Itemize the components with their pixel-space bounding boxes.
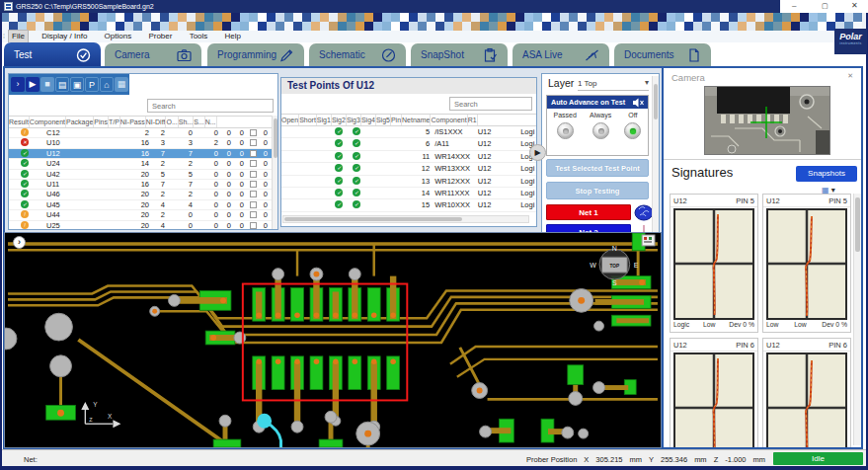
camera-view[interactable]: [705, 87, 829, 154]
component-cell: C12: [40, 128, 96, 137]
tab-bar: Test Camera Programming Schematic SnapSh…: [0, 42, 868, 67]
prober-z-value: -1.000: [725, 455, 746, 464]
skip-checkbox[interactable]: [250, 181, 257, 188]
signature-card[interactable]: U12PIN 6: [670, 338, 758, 447]
table-row[interactable]: U42 20 5 5 0 0 0 0: [9, 170, 272, 180]
skip-checkbox[interactable]: [250, 129, 257, 136]
layer-label: Layer: [548, 77, 574, 89]
test-point-row[interactable]: 14 WR11XXX U12 Logi: [281, 188, 536, 199]
test-points-table: 5 /IS1XXX U12 Logi 6 /A11 U12: [281, 126, 536, 213]
netname-cell: WR10XXX: [433, 199, 476, 210]
table-row[interactable]: U10 16 3 3 2 0 0 0: [9, 138, 272, 148]
table-row[interactable]: U12 16 7 7 0 0 0 0: [9, 149, 272, 159]
signatures-scrollbar[interactable]: [853, 194, 861, 445]
grip-icon: ⁞: [3, 31, 5, 42]
test-point-row[interactable]: 13 WR12XXX U12 Logi: [281, 176, 536, 188]
tab-programming[interactable]: Programming: [207, 43, 304, 67]
skip-checkbox[interactable]: [250, 160, 257, 167]
menu-item[interactable]: Help: [222, 31, 244, 42]
next-test-point-button[interactable]: ▶: [529, 144, 546, 161]
table-row[interactable]: U45 20 4 4 0 0 0 0: [9, 200, 272, 210]
table-row[interactable]: C12 2 2 0 0 0 0 0: [9, 128, 272, 138]
result-status-icon: [21, 170, 29, 178]
test-point-row[interactable]: 6 /A11 U12 Logi: [281, 138, 536, 150]
gauge-icon: [381, 48, 396, 63]
toolbar-button[interactable]: ›: [11, 77, 25, 92]
component-cell: U46: [40, 190, 96, 198]
menu-item[interactable]: Tools: [187, 31, 211, 42]
toolbar-button[interactable]: ▤: [55, 77, 69, 92]
snapshots-button[interactable]: Snapshots: [796, 166, 857, 182]
pcb-expand-button[interactable]: ›: [13, 236, 26, 249]
component-cell: U44: [40, 210, 96, 219]
pin-icon[interactable]: ✕: [847, 72, 853, 80]
title-bar[interactable]: GRS250 C:\Temp\GRS500SampleBoard.gn2: [0, 0, 868, 13]
control-panel-scrollbar[interactable]: [652, 76, 659, 232]
component-cell: U12: [476, 176, 519, 187]
net1-button[interactable]: Net 1: [546, 204, 631, 220]
test-points-hscrollbar[interactable]: [282, 215, 529, 223]
signatures-title: Signatures: [671, 165, 733, 180]
menu-item[interactable]: Prober: [145, 31, 175, 42]
menu-item[interactable]: Options: [102, 31, 135, 42]
window-border-bottom: [0, 466, 868, 470]
camera-image: [705, 87, 829, 154]
signature-card[interactable]: U12PIN 5 LogicLowDev 0 %: [670, 194, 758, 333]
radio-always[interactable]: Always: [590, 112, 611, 139]
close-button[interactable]: ✕: [851, 0, 858, 12]
application-window: GRS250 C:\Temp\GRS500SampleBoard.gn2 – ▢…: [0, 0, 868, 470]
speaker-muted-icon[interactable]: [632, 98, 645, 108]
test-point-row[interactable]: 11 WR14XXX U12 Logi: [281, 151, 536, 163]
radio-off[interactable]: Off: [624, 112, 641, 139]
radio-knob-always[interactable]: [592, 122, 609, 139]
test-point-row[interactable]: 15 WR10XXX U12 Logi: [281, 199, 536, 211]
test-point-row[interactable]: 12 WR13XXX U12 Logi: [281, 163, 536, 175]
tab-schematic[interactable]: Schematic: [309, 43, 406, 67]
table-row[interactable]: U46 20 2 2 0 0 0 0: [9, 190, 272, 199]
tab-documents[interactable]: Documents: [614, 43, 711, 67]
toolbar-button[interactable]: ▣: [70, 77, 84, 92]
thumbnail-icon[interactable]: [642, 235, 655, 246]
toolbar-button[interactable]: ▶: [26, 77, 39, 92]
radio-knob-off[interactable]: [624, 122, 641, 139]
layer-dropdown[interactable]: 1 Top ▾: [578, 79, 649, 91]
skip-checkbox[interactable]: [250, 139, 257, 146]
components-search-input[interactable]: [147, 99, 274, 113]
toolbar-button[interactable]: ■: [40, 77, 54, 92]
tab-snapshot[interactable]: SnapShot: [411, 43, 508, 67]
stop-testing-button[interactable]: Stop Testing: [546, 182, 649, 199]
tab-test[interactable]: Test: [4, 42, 101, 67]
menu-item[interactable]: Display / Info: [39, 31, 90, 42]
skip-checkbox[interactable]: [250, 211, 257, 218]
toolbar-button[interactable]: P: [85, 77, 99, 92]
skip-checkbox[interactable]: [250, 201, 257, 208]
minimize-button[interactable]: –: [792, 0, 796, 12]
table-row[interactable]: U25 20 4 0 0 0 0 0: [9, 221, 272, 230]
table-row[interactable]: U11 16 7 7 0 0 0 0: [9, 180, 272, 190]
components-scrollbar[interactable]: [272, 116, 278, 230]
menu-item[interactable]: File: [9, 31, 28, 42]
table-row[interactable]: U44 20 2 0 0 0 0 0: [9, 210, 272, 220]
skip-checkbox[interactable]: [250, 222, 257, 229]
tab-camera[interactable]: Camera: [105, 43, 201, 67]
toolbar-button[interactable]: ⌂: [100, 77, 114, 92]
skip-checkbox[interactable]: [250, 191, 257, 197]
table-row[interactable]: U24 14 2 2 0 0 0 0: [9, 159, 272, 169]
r1-cell: Logi: [518, 163, 536, 174]
axis-indicator: Y Z X: [82, 401, 119, 427]
test-points-search-input[interactable]: [449, 97, 532, 111]
test-selected-button[interactable]: Test Selected Test Point: [546, 159, 649, 177]
radio-knob-passed[interactable]: [557, 122, 574, 139]
tab-asa-live[interactable]: ASA Live: [513, 43, 609, 67]
toolbar-button[interactable]: ▦: [115, 77, 128, 92]
signature-card[interactable]: U12PIN 5 LowLowDev 0 %: [762, 194, 851, 333]
netname-cell: /IS1XXX: [433, 126, 476, 137]
maximize-button[interactable]: ▢: [822, 0, 829, 12]
test-point-row[interactable]: 5 /IS1XXX U12 Logi: [281, 126, 536, 138]
skip-checkbox[interactable]: [250, 150, 257, 157]
pcb-layout-view[interactable]: N W E S TOP Y Z X: [5, 233, 661, 447]
signature-card[interactable]: U12PIN 6: [762, 338, 851, 447]
skip-checkbox[interactable]: [250, 171, 257, 178]
machine-state-badge: Idle: [773, 452, 863, 465]
radio-passed[interactable]: Passed: [554, 112, 577, 139]
